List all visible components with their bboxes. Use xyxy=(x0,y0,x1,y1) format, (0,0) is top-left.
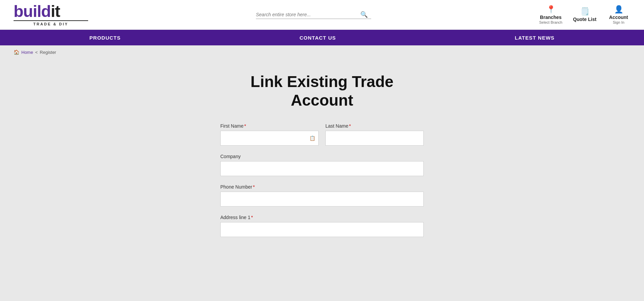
account-icon: 👤 xyxy=(614,5,623,14)
search-bar: 🔍 xyxy=(256,10,371,19)
home-icon: 🏠 xyxy=(14,49,19,55)
phone-label: Phone Number* xyxy=(220,184,424,190)
address1-required: * xyxy=(251,215,253,220)
first-name-required: * xyxy=(244,123,246,129)
branches-sublabel: Select Branch xyxy=(539,20,562,24)
name-row: First Name* 📋 Last Name* xyxy=(220,123,424,146)
last-name-required: * xyxy=(349,123,351,129)
nav-news[interactable]: LATEST NEWS xyxy=(495,30,575,45)
phone-required: * xyxy=(253,184,255,190)
branches-button[interactable]: 📍 Branches Select Branch xyxy=(539,5,563,24)
logo-build: build xyxy=(14,2,51,20)
company-group: Company xyxy=(220,154,424,176)
address1-input[interactable] xyxy=(220,222,424,237)
account-sublabel: Sign In xyxy=(613,20,624,24)
first-name-input[interactable] xyxy=(220,131,319,146)
company-label: Company xyxy=(220,154,424,159)
quote-list-label: Quote List xyxy=(573,17,596,22)
branches-icon: 📍 xyxy=(546,5,556,14)
quote-list-button[interactable]: 🗒️ Quote List xyxy=(573,7,597,22)
breadcrumb: 🏠 Home < Register xyxy=(0,45,644,59)
address1-group: Address line 1* xyxy=(220,215,424,237)
last-name-label: Last Name* xyxy=(325,123,424,129)
first-name-input-wrapper: 📋 xyxy=(220,131,319,146)
account-button[interactable]: 👤 Account Sign In xyxy=(607,5,630,24)
main-content: Link Existing Trade Account First Name* … xyxy=(0,59,644,265)
last-name-input[interactable] xyxy=(325,131,424,146)
breadcrumb-separator: < xyxy=(35,50,38,55)
account-label: Account xyxy=(609,15,628,20)
page-title: Link Existing Trade Account xyxy=(220,72,424,110)
logo[interactable]: buildit TRADE & DIY xyxy=(14,3,88,26)
nav-products[interactable]: PRODUCTS xyxy=(69,30,141,45)
register-form: First Name* 📋 Last Name* Company xyxy=(220,123,424,245)
search-container: 🔍 xyxy=(88,10,539,19)
logo-tagline: TRADE & DIY xyxy=(14,20,88,26)
breadcrumb-home-link[interactable]: Home xyxy=(21,50,33,55)
search-icon[interactable]: 🔍 xyxy=(360,11,368,18)
first-name-group: First Name* 📋 xyxy=(220,123,319,146)
phone-input[interactable] xyxy=(220,192,424,207)
search-input[interactable] xyxy=(256,10,358,19)
breadcrumb-current: Register xyxy=(40,50,56,55)
logo-it: it xyxy=(51,2,60,20)
last-name-group: Last Name* xyxy=(325,123,424,146)
quote-list-icon: 🗒️ xyxy=(580,7,589,16)
first-name-label: First Name* xyxy=(220,123,319,129)
company-input[interactable] xyxy=(220,161,424,176)
branches-label: Branches xyxy=(540,15,562,20)
header: buildit TRADE & DIY 🔍 📍 Branches Select … xyxy=(0,0,644,30)
header-actions: 📍 Branches Select Branch 🗒️ Quote List 👤… xyxy=(539,5,630,24)
nav-contact[interactable]: CONTACT US xyxy=(279,30,356,45)
address1-label: Address line 1* xyxy=(220,215,424,220)
nav-bar: PRODUCTS CONTACT US LATEST NEWS xyxy=(0,30,644,45)
phone-group: Phone Number* xyxy=(220,184,424,207)
